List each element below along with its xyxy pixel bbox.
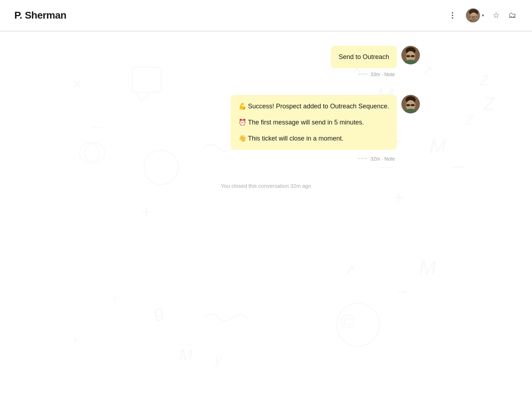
- message-meta-2: ~~~ 32m · Note: [112, 156, 395, 162]
- message-row-2: 💪 Success! Prospect added to Outreach Se…: [112, 95, 420, 150]
- page-wrapper: P. Sherman: [0, 0, 532, 402]
- svg-point-17: [79, 143, 100, 163]
- svg-rect-39: [406, 55, 410, 57]
- header: P. Sherman: [0, 0, 532, 31]
- svg-text:Z: Z: [465, 113, 474, 127]
- header-actions: ▾ ☆ 🗂: [447, 6, 518, 24]
- header-left: P. Sherman: [14, 10, 66, 21]
- conversation-area: ✕ ✕ ✕ ← ↑ → ↗ + + M M M g: [0, 31, 532, 382]
- svg-rect-47: [411, 104, 415, 106]
- message-squiggle-2: ~~~: [358, 156, 368, 162]
- svg-text:✕: ✕: [72, 77, 82, 92]
- message-avatar-1: [401, 46, 420, 64]
- svg-text:y: y: [214, 352, 222, 367]
- svg-text:g: g: [154, 302, 164, 322]
- svg-text:→: →: [394, 283, 409, 299]
- messages-container: Send to Outreach: [105, 31, 427, 203]
- conversation-status: You closed this conversation 32m ago: [112, 183, 420, 189]
- svg-text:—: —: [451, 158, 465, 174]
- message-line-2: ⏰ The first message will send in 5 minut…: [238, 117, 389, 128]
- svg-text:©: ©: [340, 310, 355, 333]
- message-row-1: Send to Outreach: [112, 46, 420, 68]
- avatar-svg: [466, 9, 480, 23]
- inbox-button[interactable]: 🗂: [507, 9, 518, 21]
- svg-point-18: [337, 303, 379, 346]
- svg-text:↑: ↑: [111, 290, 119, 307]
- message-type-1: Note: [384, 72, 395, 77]
- avatar-dropdown-button[interactable]: ▾: [464, 6, 485, 24]
- svg-rect-40: [411, 55, 415, 57]
- svg-text:M: M: [179, 345, 193, 364]
- message-line-1: 💪 Success! Prospect added to Outreach Se…: [238, 101, 389, 112]
- svg-text:M: M: [419, 256, 436, 279]
- message-meta-1: ~~~ 33m · Note: [112, 71, 395, 78]
- status-label: You closed this conversation 32m ago: [221, 183, 311, 189]
- svg-rect-46: [406, 104, 410, 106]
- star-icon: ☆: [493, 11, 500, 20]
- page-title: P. Sherman: [14, 10, 66, 21]
- chevron-down-icon: ▾: [482, 13, 484, 18]
- svg-text:Z: Z: [483, 93, 495, 114]
- svg-text:↑: ↑: [72, 333, 79, 349]
- message-line-3: 👋 This ticket will close in a moment.: [238, 133, 389, 144]
- inbox-icon: 🗂: [508, 11, 516, 20]
- svg-point-24: [85, 143, 105, 163]
- message-type-2: Note: [384, 156, 395, 162]
- message-text-1: Send to Outreach: [339, 53, 389, 60]
- svg-text:↗: ↗: [344, 261, 356, 278]
- message-squiggle-1: ~~~: [358, 71, 368, 78]
- message-avatar-2: [401, 95, 420, 113]
- avatar-svg-1: [401, 46, 420, 64]
- svg-text:Z: Z: [479, 72, 489, 88]
- avatar: [465, 8, 480, 23]
- message-bubble-2: 💪 Success! Prospect added to Outreach Se…: [231, 95, 397, 150]
- svg-text:+: +: [141, 202, 151, 221]
- more-options-button[interactable]: [447, 10, 458, 21]
- svg-text:←: ←: [90, 118, 105, 135]
- message-time-1: 33m: [371, 72, 380, 77]
- dots-icon: [448, 11, 457, 20]
- svg-text:M: M: [430, 135, 446, 157]
- avatar-svg-2: [401, 95, 420, 113]
- svg-point-6: [470, 18, 477, 23]
- message-time-2: 32m: [371, 156, 380, 162]
- message-bubble-1: Send to Outreach: [331, 46, 397, 68]
- star-button[interactable]: ☆: [491, 9, 501, 21]
